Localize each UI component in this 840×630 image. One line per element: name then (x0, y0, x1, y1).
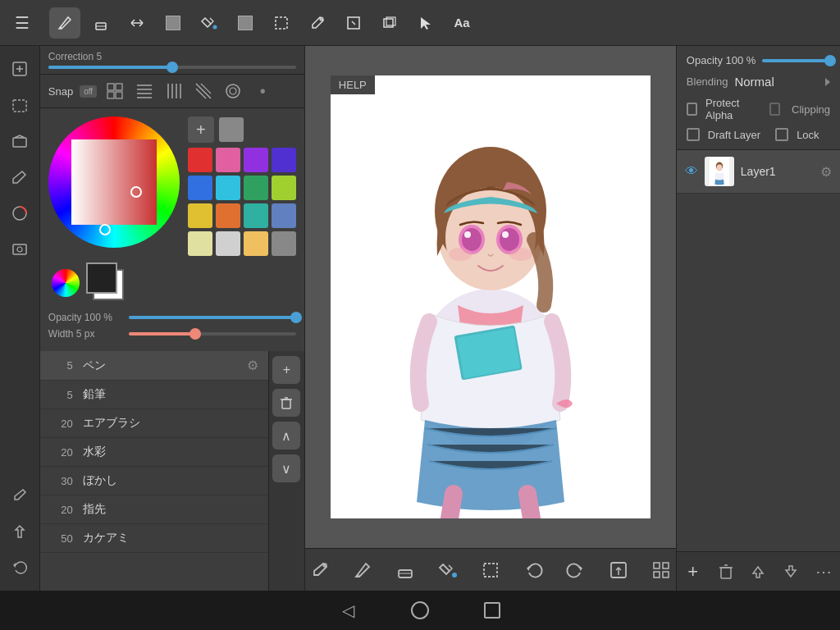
canvas-selection-btn[interactable] (476, 555, 505, 585)
swatch-yellow[interactable] (188, 203, 212, 228)
swatch-gold[interactable] (244, 231, 268, 256)
layer-item-1[interactable]: 👁 Layer1 ⚙ (677, 150, 840, 194)
snap-lines-icon[interactable] (133, 80, 156, 103)
swatch-red[interactable] (188, 148, 212, 172)
brush-item-watercolor[interactable]: 20 水彩 (40, 438, 268, 467)
hue-cursor (99, 224, 111, 235)
snap-circle-icon[interactable] (221, 80, 244, 103)
eraser-tool-btn[interactable] (85, 7, 116, 39)
help-badge[interactable]: HELP (331, 75, 375, 94)
blending-dropdown-arrow[interactable] (825, 78, 830, 86)
swatch-blue[interactable] (188, 176, 212, 200)
swatch-light-gray[interactable] (216, 231, 240, 256)
sidebar-share-icon[interactable] (3, 515, 36, 548)
correction-slider[interactable] (48, 66, 296, 69)
add-brush-btn[interactable]: + (272, 356, 300, 384)
text-btn[interactable]: Aa (446, 7, 477, 39)
canvas-content[interactable]: HELP (331, 75, 651, 518)
select-arrow-btn[interactable] (410, 7, 441, 39)
delete-layer-btn[interactable] (711, 557, 741, 587)
lock-checkbox[interactable] (775, 128, 788, 141)
brush-item-pencil[interactable]: 5 鉛筆 (40, 381, 268, 409)
protect-alpha-checkbox[interactable] (687, 103, 697, 116)
width-slider[interactable] (129, 332, 296, 336)
swatch-purple[interactable] (244, 148, 268, 172)
draft-layer-checkbox[interactable] (687, 128, 700, 141)
color-mode-icon[interactable] (52, 269, 80, 297)
pen-tool-btn[interactable] (49, 7, 80, 39)
brush-item-hatch[interactable]: 50 カケアミ (40, 524, 268, 553)
bucket-fill-btn[interactable] (194, 7, 225, 39)
brush-name-airbrush: エアブラシ (83, 416, 258, 431)
layer-move-btn[interactable] (374, 7, 405, 39)
layer-more-btn[interactable]: ⋯ (809, 557, 838, 587)
color-wheel[interactable] (48, 116, 180, 248)
back-btn[interactable]: ◁ (336, 599, 359, 622)
brush-item-smudge[interactable]: 20 指先 (40, 495, 268, 524)
swatch-gray[interactable] (272, 231, 296, 256)
swatch-teal[interactable] (244, 203, 268, 228)
selection-wand-btn[interactable] (338, 7, 369, 39)
swatch-orange[interactable] (216, 203, 240, 228)
color-gradient-box[interactable] (71, 139, 157, 225)
transform-tool-btn[interactable] (121, 7, 153, 39)
saturation-cursor (130, 186, 142, 198)
brush-item-blur[interactable]: 30 ぼかし (40, 467, 268, 495)
recent-btn[interactable] (481, 599, 504, 622)
brush-item-airbrush[interactable]: 20 エアブラシ (40, 409, 268, 438)
swatch-green[interactable] (244, 176, 268, 200)
color-square-btn[interactable] (158, 7, 189, 39)
layer-down-btn[interactable] (776, 557, 806, 587)
brush-settings-pen[interactable]: ⚙ (247, 358, 258, 373)
home-btn[interactable] (409, 599, 431, 622)
canvas-eraser-btn[interactable] (390, 555, 420, 585)
canvas-fill-btn[interactable] (433, 555, 463, 585)
sidebar-layers2-icon[interactable] (3, 233, 36, 266)
layer-visibility-eye[interactable]: 👁 (685, 164, 698, 179)
sidebar-layers-icon[interactable] (3, 125, 36, 158)
canvas-eyedropper-btn[interactable] (305, 555, 335, 585)
clipping-checkbox[interactable] (769, 103, 780, 116)
swatch-cream[interactable] (188, 231, 212, 256)
texture-btn[interactable] (230, 7, 261, 39)
swatch-blue-purple[interactable] (272, 148, 296, 172)
fg-color-swatch[interactable] (86, 262, 117, 294)
swatch-steel[interactable] (272, 203, 296, 228)
selection-rect-btn[interactable] (266, 7, 297, 39)
snap-off-btn[interactable]: off (80, 85, 97, 98)
canvas-export-btn[interactable] (604, 555, 633, 585)
eyedropper-btn[interactable] (302, 7, 333, 39)
snap-dot-icon[interactable]: • (251, 80, 274, 103)
layer-up-btn[interactable] (743, 557, 773, 587)
snap-grid1-icon[interactable] (103, 80, 126, 103)
sidebar-undo-icon[interactable] (3, 551, 36, 584)
sidebar-color-icon[interactable] (3, 197, 36, 230)
canvas-undo-btn[interactable] (518, 555, 548, 585)
canvas-grid-btn[interactable] (646, 555, 676, 585)
svg-rect-12 (13, 244, 26, 254)
delete-brush-btn[interactable] (272, 389, 300, 417)
swatch-lime[interactable] (272, 176, 296, 200)
add-layer-btn[interactable]: + (678, 557, 708, 587)
menu-button[interactable]: ☰ (7, 7, 38, 39)
canvas-redo-btn[interactable] (561, 555, 591, 585)
swatch-extra[interactable] (219, 117, 244, 142)
snap-vlines-icon[interactable] (162, 80, 185, 103)
swatch-pink[interactable] (216, 148, 240, 172)
color-wheel-container[interactable] (48, 116, 180, 248)
sidebar-edit-icon[interactable] (3, 52, 36, 85)
sidebar-brush-icon[interactable] (3, 161, 36, 194)
layer-settings-btn[interactable]: ⚙ (820, 164, 832, 180)
add-swatch-btn[interactable]: + (188, 116, 214, 143)
sidebar-undo-area[interactable] (3, 89, 36, 121)
canvas-wrapper[interactable]: HELP (305, 46, 676, 548)
sidebar-eyedropper-icon[interactable] (3, 479, 36, 512)
opacity-slider[interactable] (129, 316, 296, 319)
swatch-cyan[interactable] (216, 176, 240, 200)
brush-item-pen[interactable]: 5 ペン ⚙ (40, 351, 268, 381)
canvas-pen-btn[interactable] (348, 555, 377, 585)
move-brush-up-btn[interactable]: ∧ (272, 422, 300, 450)
snap-diagonal-icon[interactable] (192, 80, 215, 103)
move-brush-down-btn[interactable]: ∨ (272, 454, 300, 482)
layer-opacity-slider[interactable] (762, 59, 830, 62)
